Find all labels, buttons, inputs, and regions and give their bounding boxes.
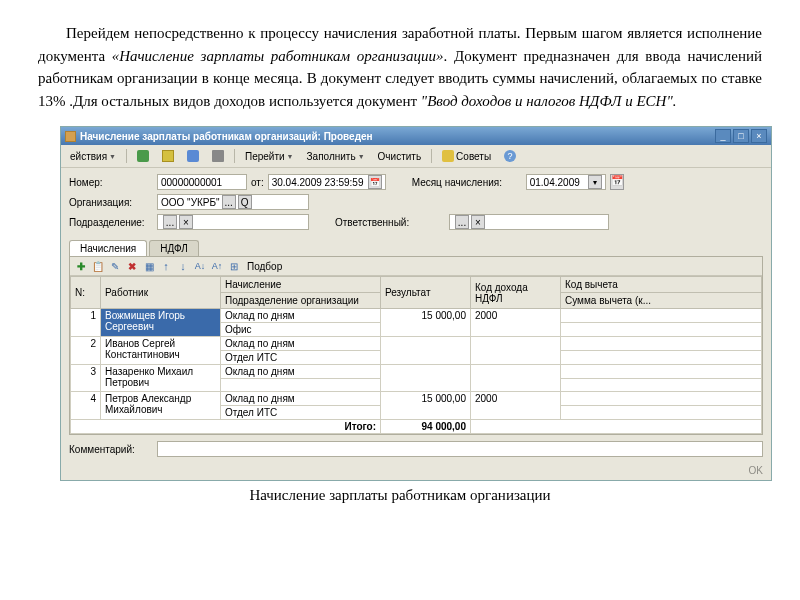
fill-menu[interactable]: Заполнить▼ xyxy=(302,148,370,165)
cell-accrual[interactable]: Оклад по дням xyxy=(221,337,381,351)
cell-employee[interactable]: Петров Александр Михайлович xyxy=(101,392,221,420)
cell-vych[interactable] xyxy=(561,392,762,406)
post-button[interactable] xyxy=(207,147,229,165)
stepper-icon[interactable]: ▾ xyxy=(588,175,602,189)
org-label: Организация: xyxy=(69,197,153,208)
titlebar: Начисление зарплаты работникам организац… xyxy=(61,127,771,145)
tab-accruals[interactable]: Начисления xyxy=(69,240,147,256)
cell-subdept[interactable]: Отдел ИТС xyxy=(221,406,381,420)
move-up-icon[interactable]: ↑ xyxy=(159,259,173,273)
edit-row-icon[interactable]: ✎ xyxy=(108,259,122,273)
figure-caption: Начисление зарплаты работникам организац… xyxy=(0,487,800,504)
minimize-button[interactable]: _ xyxy=(715,129,731,143)
open-button[interactable]: Q xyxy=(238,195,252,209)
cell-subdept[interactable]: Офис xyxy=(221,323,381,337)
actions-menu[interactable]: ействия▼ xyxy=(65,148,121,165)
move-down-icon[interactable]: ↓ xyxy=(176,259,190,273)
cell-sum[interactable] xyxy=(561,323,762,337)
col-employee[interactable]: Работник xyxy=(101,277,221,309)
select-button[interactable]: ... xyxy=(163,215,177,229)
col-result[interactable]: Результат xyxy=(381,277,471,309)
cell-code[interactable] xyxy=(471,337,561,365)
cell-code[interactable]: 2000 xyxy=(471,392,561,420)
maximize-button[interactable]: □ xyxy=(733,129,749,143)
data-grid[interactable]: N: Работник Начисление Результат Код дох… xyxy=(70,276,762,434)
tabs: Начисления НДФЛ xyxy=(61,240,771,256)
cell-result[interactable] xyxy=(381,337,471,365)
col-accrual[interactable]: Начисление xyxy=(221,277,381,293)
cell-n[interactable]: 2 xyxy=(71,337,101,365)
comment-label: Комментарий: xyxy=(69,444,153,455)
tips-button[interactable]: Советы xyxy=(437,147,496,165)
total-value: 94 000,00 xyxy=(381,420,471,434)
podbor-button[interactable]: Подбор xyxy=(244,261,285,272)
cell-sum[interactable] xyxy=(561,351,762,365)
month-field[interactable]: 01.04.2009▾ xyxy=(526,174,606,190)
cell-n[interactable]: 1 xyxy=(71,309,101,337)
date-from-label: от: xyxy=(251,177,264,188)
cell-accrual[interactable]: Оклад по дням xyxy=(221,365,381,379)
clear-button[interactable]: × xyxy=(471,215,485,229)
cell-n[interactable]: 3 xyxy=(71,365,101,392)
calendar-icon[interactable]: 📅 xyxy=(610,174,624,190)
help-icon: ? xyxy=(504,150,516,162)
col-sum[interactable]: Сумма вычета (к... xyxy=(561,293,762,309)
help-button[interactable]: ? xyxy=(499,147,521,165)
cell-result[interactable] xyxy=(381,365,471,392)
save-button[interactable] xyxy=(132,147,154,165)
row-props-icon[interactable]: ▦ xyxy=(142,259,156,273)
copy-button[interactable] xyxy=(182,147,204,165)
cell-n[interactable]: 4 xyxy=(71,392,101,420)
clear-button[interactable]: Очистить xyxy=(373,148,427,165)
cell-subdept[interactable] xyxy=(221,379,381,392)
ok-button[interactable]: OK xyxy=(749,465,763,476)
cell-result[interactable]: 15 000,00 xyxy=(381,392,471,420)
col-vych[interactable]: Код вычета xyxy=(561,277,762,293)
goto-menu[interactable]: Перейти▼ xyxy=(240,148,299,165)
tab-ndfl[interactable]: НДФЛ xyxy=(149,240,199,256)
cell-vych[interactable] xyxy=(561,309,762,323)
footer-buttons: OK xyxy=(61,463,771,480)
cell-result[interactable]: 15 000,00 xyxy=(381,309,471,337)
sort-desc-icon[interactable]: A↑ xyxy=(210,259,224,273)
dept-field[interactable]: ...× xyxy=(157,214,309,230)
cell-code[interactable] xyxy=(471,365,561,392)
month-label: Месяц начисления: xyxy=(412,177,522,188)
col-code[interactable]: Код дохода НДФЛ xyxy=(471,277,561,309)
add-row-icon[interactable]: ✚ xyxy=(74,259,88,273)
cell-vych[interactable] xyxy=(561,365,762,379)
cell-employee[interactable]: Вожмищев Игорь Сергеевич xyxy=(101,309,221,337)
cell-code[interactable]: 2000 xyxy=(471,309,561,337)
resp-label: Ответственный: xyxy=(335,217,445,228)
number-label: Номер: xyxy=(69,177,153,188)
cell-subdept[interactable]: Отдел ИТС xyxy=(221,351,381,365)
col-subdept[interactable]: Подразделение организации xyxy=(221,293,381,309)
total-label: Итого: xyxy=(71,420,381,434)
cell-accrual[interactable]: Оклад по дням xyxy=(221,392,381,406)
cell-sum[interactable] xyxy=(561,406,762,420)
copy-icon xyxy=(187,150,199,162)
sort-asc-icon[interactable]: A↓ xyxy=(193,259,207,273)
cell-employee[interactable]: Назаренко Михаил Петрович xyxy=(101,365,221,392)
fill-icon[interactable]: ⊞ xyxy=(227,259,241,273)
delete-row-icon[interactable]: ✖ xyxy=(125,259,139,273)
select-button[interactable]: ... xyxy=(222,195,236,209)
number-field[interactable]: 00000000001 xyxy=(157,174,247,190)
select-button[interactable]: ... xyxy=(455,215,469,229)
clear-button[interactable]: × xyxy=(179,215,193,229)
comment-field[interactable] xyxy=(157,441,763,457)
resp-field[interactable]: ...× xyxy=(449,214,609,230)
restore-button[interactable] xyxy=(157,147,179,165)
org-field[interactable]: ООО "УКРБ"...Q xyxy=(157,194,309,210)
dept-label: Подразделение: xyxy=(69,217,153,228)
add-copy-icon[interactable]: 📋 xyxy=(91,259,105,273)
close-button[interactable]: × xyxy=(751,129,767,143)
cell-vych[interactable] xyxy=(561,337,762,351)
post-icon xyxy=(212,150,224,162)
cell-sum[interactable] xyxy=(561,379,762,392)
calendar-icon[interactable]: 📅 xyxy=(368,175,382,189)
cell-employee[interactable]: Иванов Сергей Константинович xyxy=(101,337,221,365)
cell-accrual[interactable]: Оклад по дням xyxy=(221,309,381,323)
date-field[interactable]: 30.04.2009 23:59:59📅 xyxy=(268,174,386,190)
col-n[interactable]: N: xyxy=(71,277,101,309)
